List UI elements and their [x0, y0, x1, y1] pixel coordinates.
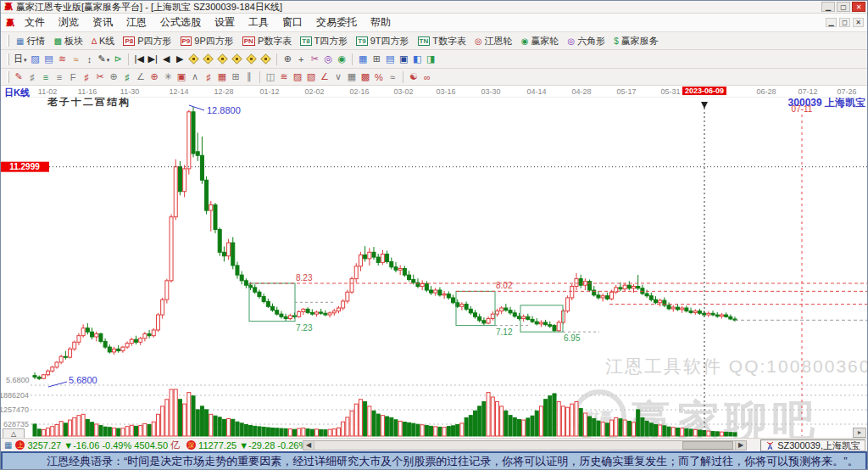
close-button[interactable]: ✕ — [852, 2, 865, 12]
network-sync-icon[interactable]: ◨ — [424, 53, 437, 65]
tool-hexagon[interactable]: ◎六角形 — [563, 34, 609, 48]
network-icon[interactable]: ◧ — [410, 53, 424, 65]
draw-dropdown[interactable]: ✎▾ — [97, 53, 112, 65]
draw-tool-9[interactable]: ∠ — [134, 70, 147, 83]
current-symbol-box[interactable]: SZ300039,上海凯宝 — [760, 439, 865, 451]
tool-p-square[interactable]: P8P四方形 — [119, 34, 175, 48]
draw-tool-11[interactable]: ✳ — [161, 70, 175, 83]
vertical-scale-icon[interactable]: ↕ — [83, 53, 97, 65]
draw-tool-17[interactable]: ∥ — [242, 70, 256, 83]
calculator-icon[interactable]: ⊞ — [370, 53, 383, 65]
tool-winner-service[interactable]: $赢家服务 — [609, 34, 663, 48]
menu-item-trade-order[interactable]: 交易委托 — [309, 14, 364, 31]
minimize-button[interactable]: ▁ — [821, 2, 835, 12]
draw-tool-7[interactable]: ⊕ — [107, 70, 120, 83]
scroll-right-arrow[interactable]: ▶ — [735, 441, 746, 450]
draw-tool-24[interactable]: ∨ — [331, 70, 345, 83]
menu-item-window[interactable]: 窗口 — [275, 14, 309, 31]
draw-tool-16[interactable]: ⊞ — [229, 70, 242, 83]
flag-icon[interactable]: ⊳ — [111, 53, 125, 65]
draw-tool-21[interactable]: ▨ — [291, 70, 304, 83]
draw-tool-8[interactable]: ♯ — [120, 71, 134, 83]
draw-tool-0[interactable]: ✎ — [12, 70, 25, 83]
draw-tool-12[interactable]: ▣ — [175, 70, 188, 83]
menu-item-help[interactable]: 帮助 — [364, 14, 398, 31]
prev-icon[interactable]: ◀ — [159, 53, 173, 65]
draw-tool-23[interactable]: ∠ — [318, 70, 331, 83]
tool-sectors[interactable]: ▩板块 — [49, 34, 86, 48]
scissors-icon[interactable]: ✂ — [308, 53, 321, 65]
draw-tool-31[interactable]: ∞ — [420, 71, 434, 83]
draw-tool-2[interactable]: ≡ — [39, 71, 53, 83]
candle-body — [364, 255, 367, 258]
draw-tool-5[interactable]: ♯ — [80, 71, 93, 83]
quote-grid-icon[interactable]: ▦ — [4, 440, 12, 450]
bar-style-icon[interactable]: ▤ — [42, 53, 56, 65]
pan-hand-icon[interactable]: ⊕ — [281, 53, 294, 65]
kline-chart[interactable]: 江恩工具软件 QQ:100800360财赢赢家聊吧8.237.238.027.1… — [1, 98, 868, 438]
draw-tool-3[interactable]: ≡ — [53, 71, 66, 83]
scroll-thumb[interactable] — [682, 441, 733, 450]
menu-item-gann[interactable]: 江恩 — [120, 14, 153, 31]
draw-tool-28[interactable]: ≈ — [386, 71, 399, 83]
tool-9t-square[interactable]: T99T四方形 — [352, 34, 413, 48]
tool-t-square[interactable]: T8T四方形 — [296, 34, 352, 48]
gann-diamond-6[interactable] — [260, 53, 271, 64]
next-icon[interactable]: ▶ — [173, 53, 186, 65]
gann-diamond-5[interactable] — [246, 53, 257, 64]
tool-winner-wheel[interactable]: ◉赢家轮 — [517, 34, 564, 48]
menu-item-formula-stock-pick[interactable]: 公式选股 — [153, 14, 208, 31]
index-quote-shanghai-index[interactable]: 上3257.27 ▼-16.06 -0.49% 4504.50亿 — [15, 439, 180, 451]
horizontal-scrollbar[interactable]: ◀ ▶ — [303, 440, 747, 450]
candle-style-icon[interactable]: ▨ — [29, 53, 42, 65]
mdi-control-0[interactable]: ▁ — [826, 18, 837, 27]
draw-tool-14[interactable]: ♯ — [202, 71, 215, 83]
gann-diamond-1[interactable] — [188, 53, 199, 64]
draw-tool-30[interactable]: ☯ — [407, 70, 420, 83]
draw-tool-22[interactable]: ▧ — [304, 70, 318, 83]
draw-tool-10[interactable]: ⊕ — [147, 70, 161, 83]
tool-9p-square[interactable]: P99P四方形 — [176, 34, 238, 48]
kline-red-icon[interactable]: ≋ — [56, 53, 70, 65]
draw-tool-20[interactable]: ≋ — [277, 70, 291, 83]
save-icon[interactable]: ▣ — [397, 53, 410, 65]
mdi-control-1[interactable]: ◻ — [839, 18, 850, 27]
go-first-icon[interactable]: |◀ — [132, 53, 146, 65]
draw-tool-6[interactable]: ✂ — [93, 70, 107, 83]
notes-icon[interactable]: ▤ — [383, 53, 397, 65]
period-label[interactable]: 日K线 — [4, 87, 30, 99]
draw-tool-4[interactable]: F — [66, 71, 80, 83]
draw-tool-26[interactable]: ▩ — [359, 70, 372, 83]
menu-item-news[interactable]: 资讯 — [86, 14, 120, 31]
menu-item-settings[interactable]: 设置 — [208, 14, 242, 31]
tool-kline[interactable]: ∆K线 — [87, 34, 119, 48]
tool-market-quotes[interactable]: ▦行情 — [12, 34, 49, 48]
mdi-control-2[interactable]: ✕ — [853, 18, 864, 27]
draw-tool-15[interactable]: ▦ — [215, 70, 229, 83]
draw-tool-13[interactable]: ∧ — [188, 70, 202, 83]
green-wheel-icon[interactable]: ◉ — [335, 53, 348, 65]
tool-gann-wheel[interactable]: ◎江恩轮 — [470, 34, 517, 48]
draw-tool-25[interactable]: ▦ — [345, 70, 359, 83]
menu-item-browse[interactable]: 浏览 — [52, 14, 86, 31]
calendar-icon[interactable]: ▦ — [356, 53, 370, 65]
gann-diamond-2[interactable] — [203, 53, 214, 64]
gann-diamond-3[interactable] — [217, 53, 228, 64]
wave-icon[interactable]: ≈ — [70, 53, 83, 65]
purple-wheel-icon[interactable]: ◎ — [321, 53, 335, 65]
draw-tool-27[interactable]: % — [372, 71, 386, 83]
tool-p-number-table[interactable]: PNP数字表 — [238, 34, 296, 48]
draw-tool-19[interactable]: ◫ — [264, 70, 277, 83]
gann-diamond-4[interactable] — [231, 53, 242, 64]
scroll-corner-button[interactable]: ▸ — [853, 428, 866, 438]
menu-item-file[interactable]: 文件 — [18, 14, 52, 31]
go-last-icon[interactable]: ▶| — [146, 53, 159, 65]
menu-item-tools[interactable]: 工具 — [242, 14, 275, 31]
period-day-dropdown[interactable]: 日▾ — [12, 52, 29, 66]
scroll-track[interactable] — [314, 441, 735, 450]
crosshair-icon[interactable]: + — [294, 53, 308, 65]
scroll-left-arrow[interactable]: ◀ — [303, 441, 314, 450]
tool-t-number-table[interactable]: TNT数字表 — [414, 34, 470, 48]
maximize-button[interactable]: ▢ — [837, 2, 850, 12]
draw-tool-1[interactable]: ♯ — [25, 71, 39, 83]
